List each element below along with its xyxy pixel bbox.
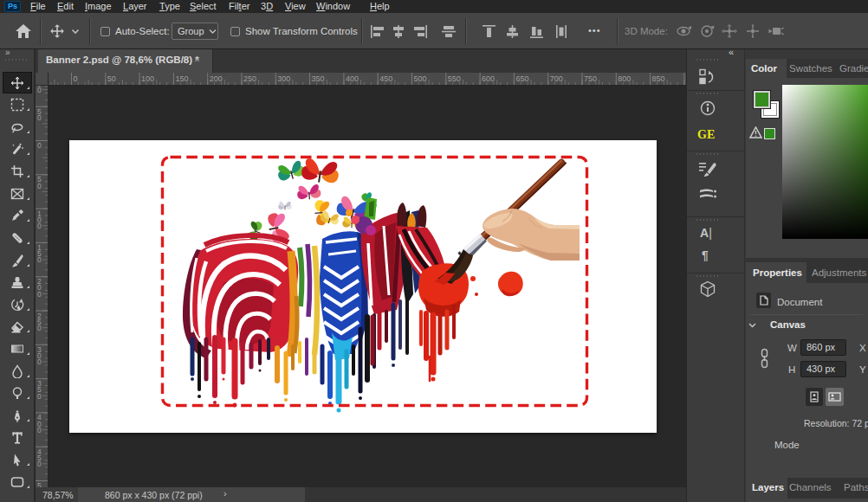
svg-text:550: 550 (448, 74, 461, 83)
svg-text:50: 50 (107, 74, 116, 83)
svg-text:850: 850 (652, 74, 665, 83)
svg-text:100: 100 (141, 74, 154, 83)
svg-text:0: 0 (74, 74, 78, 83)
svg-text:0: 0 (37, 86, 42, 94)
svg-text:0: 0 (37, 113, 42, 122)
svg-text:0: 0 (37, 357, 42, 366)
svg-text:450: 450 (379, 74, 392, 83)
svg-text:0: 0 (37, 290, 42, 299)
svg-text:350: 350 (312, 74, 325, 83)
svg-text:0: 0 (37, 222, 42, 230)
svg-text:5: 5 (37, 481, 42, 487)
svg-text:400: 400 (346, 74, 359, 83)
svg-text:0: 0 (37, 141, 42, 150)
svg-text:0: 0 (37, 255, 42, 264)
svg-text:0: 0 (37, 324, 42, 332)
svg-text:700: 700 (550, 74, 563, 83)
svg-text:0: 0 (37, 182, 42, 190)
svg-text:500: 500 (414, 74, 427, 83)
svg-text:0: 0 (37, 426, 42, 434)
svg-text:300: 300 (277, 74, 290, 83)
svg-text:800: 800 (618, 74, 631, 83)
svg-text:200: 200 (210, 74, 223, 83)
svg-text:0: 0 (37, 392, 42, 401)
svg-text:600: 600 (482, 74, 495, 83)
svg-text:0: 0 (37, 460, 42, 468)
svg-text:750: 750 (584, 74, 597, 83)
svg-text:150: 150 (175, 74, 188, 83)
svg-text:250: 250 (243, 74, 256, 83)
svg-text:650: 650 (515, 74, 528, 83)
